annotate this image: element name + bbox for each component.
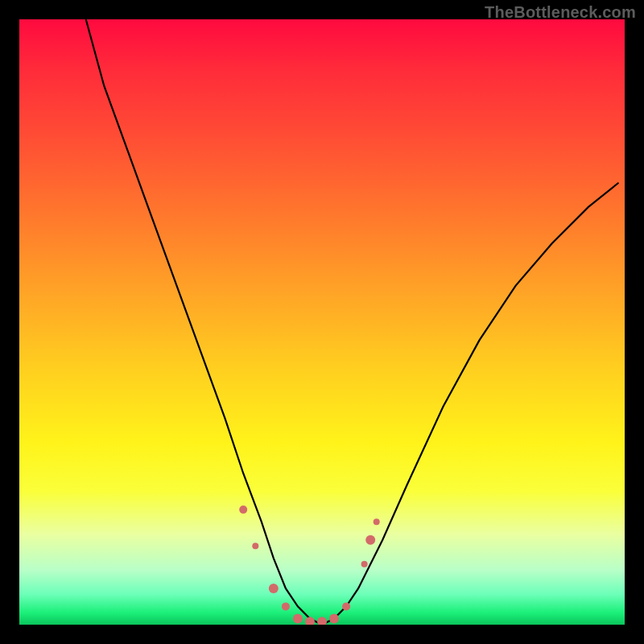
plot-area	[19, 19, 625, 625]
marker-dot	[239, 506, 247, 514]
marker-dot	[365, 535, 375, 545]
marker-dot	[252, 543, 258, 549]
curve-markers	[239, 506, 380, 625]
marker-dot	[269, 584, 279, 593]
marker-dot	[374, 518, 380, 525]
chart-frame: TheBottleneck.com	[0, 0, 644, 644]
marker-dot	[317, 617, 327, 625]
curve-path	[86, 19, 619, 625]
marker-dot	[342, 602, 350, 610]
bottleneck-curve	[86, 19, 619, 625]
marker-dot	[305, 617, 315, 625]
marker-dot	[361, 561, 368, 568]
watermark-text: TheBottleneck.com	[485, 3, 636, 22]
marker-dot	[282, 602, 290, 610]
marker-dot	[329, 614, 339, 624]
marker-dot	[293, 614, 303, 624]
curve-layer	[19, 19, 625, 625]
